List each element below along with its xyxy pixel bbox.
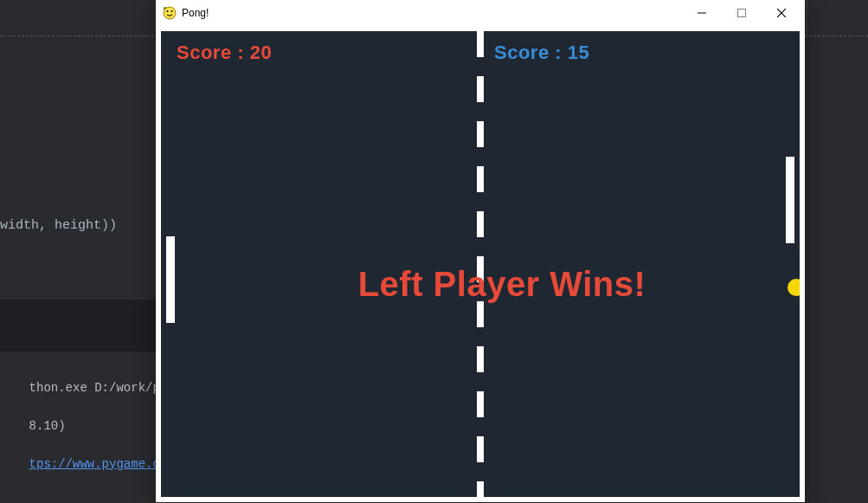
svg-point-0	[164, 7, 176, 19]
left-player-score: Score : 20	[177, 42, 272, 64]
center-divider	[477, 31, 484, 497]
window-titlebar[interactable]: Pong!	[156, 0, 805, 26]
svg-point-2	[171, 10, 173, 12]
ide-code-fragment: width, height))	[0, 218, 117, 233]
console-line: thon.exe D:/work/p	[29, 381, 160, 395]
window-title: Pong!	[182, 7, 209, 19]
ide-console-output: thon.exe D:/work/p 8.10) tps://www.pygam…	[0, 359, 160, 493]
pong-window: Pong! Score : 20 Score : 15 Left Player …	[156, 0, 805, 502]
console-line: 8.10)	[29, 419, 66, 433]
maximize-button[interactable]	[722, 0, 762, 26]
game-canvas[interactable]: Score : 20 Score : 15 Left Player Wins!	[161, 31, 800, 497]
right-paddle	[786, 157, 794, 243]
winner-message: Left Player Wins!	[161, 265, 800, 304]
console-link[interactable]: tps://www.pygame.o	[29, 457, 160, 471]
pygame-icon	[163, 6, 177, 20]
right-player-score: Score : 15	[494, 42, 589, 64]
minimize-button[interactable]	[682, 0, 722, 26]
svg-rect-4	[738, 10, 746, 17]
close-button[interactable]	[762, 0, 801, 26]
svg-point-1	[167, 10, 169, 12]
ide-vertical-divider	[807, 0, 807, 34]
